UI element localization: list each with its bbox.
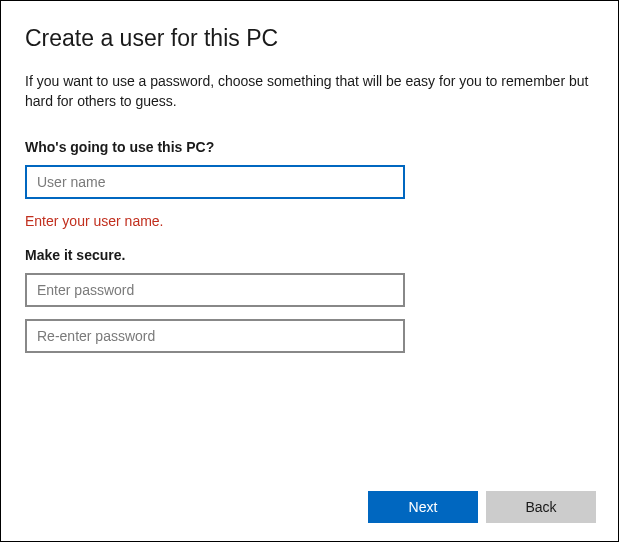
password-input[interactable] [25, 273, 405, 307]
username-error: Enter your user name. [25, 213, 594, 229]
next-button[interactable]: Next [368, 491, 478, 523]
page-description: If you want to use a password, choose so… [25, 72, 594, 111]
username-input[interactable] [25, 165, 405, 199]
username-section-label: Who's going to use this PC? [25, 139, 594, 155]
password-section-label: Make it secure. [25, 247, 594, 263]
footer-buttons: Next Back [368, 491, 596, 523]
back-button[interactable]: Back [486, 491, 596, 523]
page-title: Create a user for this PC [25, 25, 594, 52]
confirm-password-input[interactable] [25, 319, 405, 353]
